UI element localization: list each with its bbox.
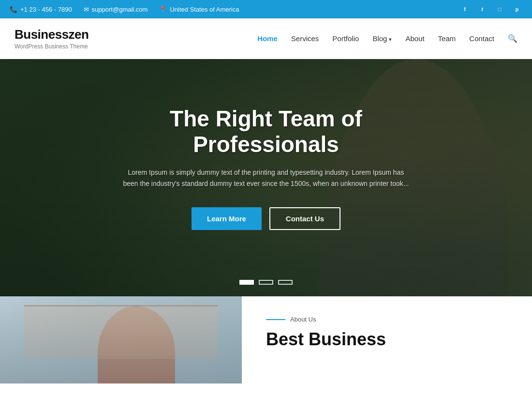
nav-about[interactable]: About	[405, 34, 424, 43]
logo: Businesszen WordPress Business Theme	[15, 27, 89, 50]
about-heading: Best Business	[266, 329, 508, 350]
pinterest-icon[interactable]: p	[512, 4, 522, 15]
slide-dot-1[interactable]	[239, 280, 254, 285]
email-icon	[84, 6, 89, 13]
location-info: United States of America	[159, 6, 239, 13]
hero-section: The Right Team of Professionals Lorem Ip…	[0, 59, 532, 296]
about-label-text: About Us	[290, 316, 316, 323]
slide-dot-2[interactable]	[259, 280, 273, 285]
site-subtitle: WordPress Business Theme	[15, 43, 89, 50]
hero-buttons: Learn More Contact Us	[192, 207, 340, 230]
chevron-down-icon	[389, 34, 392, 43]
hero-description: Lorem Ipsum is simply dummy text of the …	[121, 167, 411, 190]
about-image	[0, 296, 242, 383]
facebook-icon[interactable]: f	[459, 4, 470, 15]
phone-icon	[10, 6, 17, 13]
phone-number: +1 23 - 456 - 7890	[20, 6, 72, 13]
label-line	[266, 319, 285, 320]
hero-content: The Right Team of Professionals Lorem Ip…	[0, 59, 532, 296]
hero-title: The Right Team of Professionals	[97, 106, 435, 157]
instagram-icon[interactable]: □	[494, 4, 505, 15]
phone-info: +1 23 - 456 - 7890	[10, 6, 72, 13]
main-nav: Home Services Portfolio Blog About Team …	[257, 34, 517, 43]
email-info: support@gmail.com	[84, 6, 148, 13]
contact-us-button[interactable]: Contact Us	[269, 207, 340, 230]
nav-blog[interactable]: Blog	[372, 34, 392, 43]
nav-portfolio[interactable]: Portfolio	[332, 34, 359, 43]
twitter-icon[interactable]: t	[477, 4, 488, 15]
social-links: f t □ p	[459, 4, 522, 15]
main-header: Businesszen WordPress Business Theme Hom…	[0, 18, 532, 59]
nav-services[interactable]: Services	[291, 34, 319, 43]
about-person-silhouette	[98, 306, 175, 383]
about-section: About Us Best Business	[0, 296, 532, 383]
nav-contact[interactable]: Contact	[469, 34, 494, 43]
search-icon[interactable]: 🔍	[508, 34, 517, 43]
nav-home[interactable]: Home	[257, 34, 278, 43]
site-title: Businesszen	[15, 27, 89, 42]
top-bar-contact: +1 23 - 456 - 7890 support@gmail.com Uni…	[10, 6, 239, 13]
location-text: United States of America	[170, 6, 239, 13]
location-icon	[159, 6, 167, 13]
slide-dot-3[interactable]	[278, 280, 293, 285]
email-address: support@gmail.com	[92, 6, 148, 13]
about-label: About Us	[266, 316, 508, 323]
slider-dots	[239, 280, 293, 285]
top-bar: +1 23 - 456 - 7890 support@gmail.com Uni…	[0, 0, 532, 18]
nav-team[interactable]: Team	[438, 34, 456, 43]
about-text: About Us Best Business	[242, 296, 532, 383]
learn-more-button[interactable]: Learn More	[192, 207, 262, 230]
